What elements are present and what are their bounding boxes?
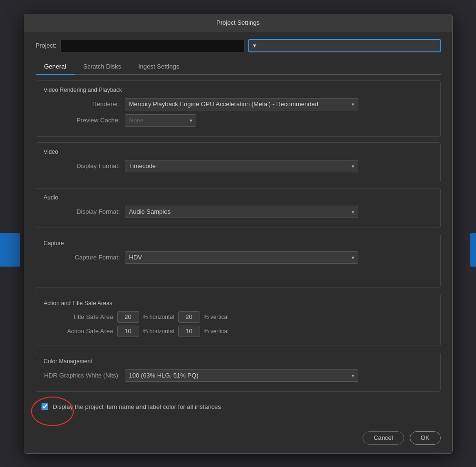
section-audio: Audio Display Format: Audio Samples	[36, 188, 441, 228]
section-video-rendering: Video Rendering and Playback Renderer: M…	[36, 80, 441, 137]
tab-ingest-settings[interactable]: Ingest Settings	[130, 59, 188, 75]
section-title-video: Video	[44, 149, 433, 155]
action-safe-label: Action Safe Area	[51, 328, 113, 335]
dialog-footer: Cancel OK	[24, 426, 452, 453]
project-label: Project:	[36, 42, 57, 49]
checkbox-row: Display the project item name and label …	[36, 399, 441, 414]
side-bar-left	[0, 233, 20, 267]
capture-format-select[interactable]: HDV	[125, 251, 358, 264]
section-title-capture: Capture	[44, 240, 433, 247]
hdr-select[interactable]: 100 (63% HLG, 51% PQ)	[125, 369, 358, 382]
audio-display-format-select[interactable]: Audio Samples	[125, 206, 358, 218]
preview-cache-label: Preview Cache:	[44, 117, 120, 124]
preview-cache-select[interactable]: None	[125, 114, 196, 127]
action-safe-row: Action Safe Area % horizontal % vertical	[44, 326, 433, 337]
tabs-bar: General Scratch Disks Ingest Settings	[36, 59, 441, 75]
audio-display-format-wrapper: Audio Samples	[125, 206, 358, 218]
action-safe-v-pct: % vertical	[204, 328, 229, 335]
preview-cache-row: Preview Cache: None	[44, 114, 433, 127]
overlay: Project Settings Project: ▾ General Scra…	[0, 0, 476, 467]
video-display-format-wrapper: Timecode	[125, 160, 358, 172]
title-safe-label: Title Safe Area	[51, 313, 113, 320]
action-safe-h-input[interactable]	[117, 326, 139, 337]
title-safe-row: Title Safe Area % horizontal % vertical	[44, 311, 433, 323]
renderer-row: Renderer: Mercury Playback Engine GPU Ac…	[44, 98, 433, 110]
audio-display-format-label: Display Format:	[44, 208, 120, 215]
project-settings-dialog: Project Settings Project: ▾ General Scra…	[24, 14, 453, 454]
section-title-color-management: Color Management	[44, 358, 433, 365]
side-bar-right	[470, 233, 476, 267]
video-display-format-select[interactable]: Timecode	[125, 160, 358, 172]
tab-general[interactable]: General	[36, 59, 75, 75]
dialog-body: Project: ▾ General Scratch Disks Ingest …	[24, 31, 452, 426]
hdr-label: HDR Graphics White (Nits):	[44, 372, 120, 379]
title-safe-h-input[interactable]	[117, 311, 139, 323]
dialog-title: Project Settings	[216, 19, 260, 26]
hdr-select-wrapper: 100 (63% HLG, 51% PQ)	[125, 369, 358, 382]
capture-format-row: Capture Format: HDV	[44, 251, 433, 264]
renderer-select-wrapper: Mercury Playback Engine GPU Acceleration…	[125, 98, 358, 110]
tab-scratch-disks[interactable]: Scratch Disks	[75, 59, 130, 75]
display-label-checkbox[interactable]	[41, 403, 48, 410]
ok-button[interactable]: OK	[410, 431, 441, 445]
action-safe-h-pct: % horizontal	[143, 328, 174, 335]
section-video: Video Display Format: Timecode	[36, 142, 441, 182]
project-row: Project: ▾	[36, 39, 441, 52]
renderer-select[interactable]: Mercury Playback Engine GPU Acceleration…	[125, 98, 358, 110]
title-safe-v-pct: % vertical	[204, 314, 229, 320]
video-display-format-label: Display Format:	[44, 162, 120, 169]
cancel-button[interactable]: Cancel	[363, 431, 404, 445]
project-dropdown-arrow: ▾	[253, 42, 256, 49]
section-safe-areas: Action and Title Safe Areas Title Safe A…	[36, 294, 441, 346]
project-name-input[interactable]	[61, 39, 244, 52]
capture-format-label: Capture Format:	[44, 254, 120, 261]
section-title-video-rendering: Video Rendering and Playback	[44, 87, 433, 93]
project-dropdown[interactable]: ▾	[248, 39, 441, 52]
title-safe-v-input[interactable]	[178, 311, 200, 323]
circle-annotation	[31, 397, 74, 426]
checkbox-label: Display the project item name and label …	[53, 403, 221, 410]
capture-format-wrapper: HDV	[125, 251, 358, 264]
renderer-label: Renderer:	[44, 100, 120, 108]
title-safe-h-pct: % horizontal	[143, 314, 174, 320]
section-capture: Capture Capture Format: HDV	[36, 234, 441, 288]
hdr-row: HDR Graphics White (Nits): 100 (63% HLG,…	[44, 369, 433, 382]
section-title-safe-areas: Action and Title Safe Areas	[44, 300, 433, 307]
section-title-audio: Audio	[44, 194, 433, 201]
video-display-format-row: Display Format: Timecode	[44, 160, 433, 172]
dialog-titlebar: Project Settings	[24, 14, 452, 31]
section-color-management: Color Management HDR Graphics White (Nit…	[36, 352, 441, 392]
preview-cache-select-wrapper: None	[125, 114, 196, 127]
action-safe-v-input[interactable]	[178, 326, 200, 337]
audio-display-format-row: Display Format: Audio Samples	[44, 206, 433, 218]
